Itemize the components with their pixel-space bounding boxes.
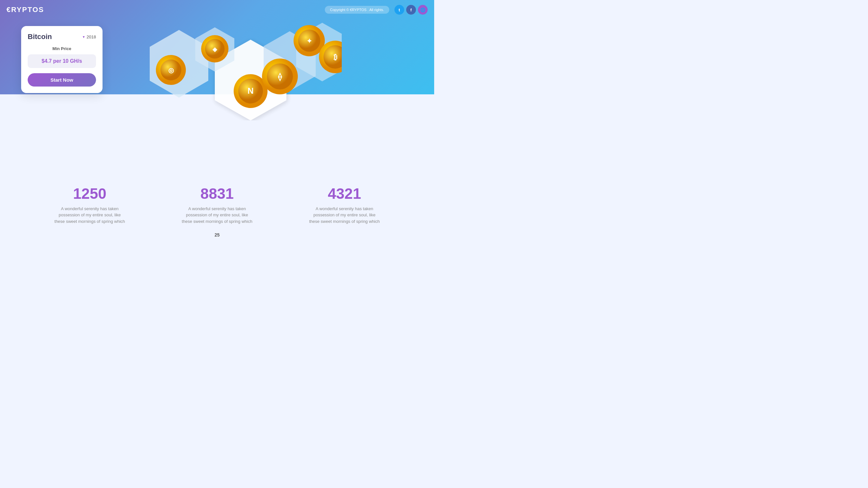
year-value: 2018 — [87, 34, 96, 39]
globe-icon[interactable]: 🌐 — [418, 5, 428, 14]
coin-eth-label: ⟠ — [278, 72, 282, 82]
stat-desc-3: A wonderful serenity has taken possessio… — [309, 206, 380, 225]
page-number: 25 — [215, 232, 220, 237]
social-icons: t f 🌐 — [395, 5, 428, 14]
card-header: Bitcoin ▼ 2018 — [28, 33, 96, 41]
stat-item-2: 8831 A wonderful serenity has taken poss… — [153, 185, 281, 225]
bitcoin-card: Bitcoin ▼ 2018 Min Price $4.7 per 10 GH/… — [21, 26, 102, 93]
hex-svg-area: N ◎ ◈ ⟠ ✦ ₿ — [114, 16, 342, 120]
stat-item-1: 1250 A wonderful serenity has taken poss… — [26, 185, 153, 225]
stats-section: 1250 A wonderful serenity has taken poss… — [0, 185, 434, 225]
stat-desc-1: A wonderful serenity has taken possessio… — [54, 206, 126, 225]
facebook-icon[interactable]: f — [406, 5, 416, 14]
stat-desc-2: A wonderful serenity has taken possessio… — [181, 206, 253, 225]
main-content: €RYPTOS Copyright © €RYPTOS . All rights… — [0, 0, 434, 244]
start-now-button[interactable]: Start Now — [28, 73, 96, 87]
coin-btc-label: ₿ — [334, 53, 337, 61]
logo: €RYPTOS — [6, 5, 44, 14]
header-right: Copyright © €RYPTOS . All rights. t f 🌐 — [325, 5, 428, 14]
coin-leaf-label: ◎ — [168, 67, 174, 74]
price-value: $4.7 per 10 GH/s — [32, 58, 92, 64]
price-box: $4.7 per 10 GH/s — [28, 54, 96, 68]
year-arrow: ▼ — [82, 35, 85, 39]
stat-item-3: 4321 A wonderful serenity has taken poss… — [281, 185, 408, 225]
twitter-icon[interactable]: t — [395, 5, 404, 14]
copyright-text: Copyright © €RYPTOS . All rights. — [325, 6, 389, 14]
coin-ripple-label: ✦ — [307, 37, 312, 44]
header: €RYPTOS Copyright © €RYPTOS . All rights… — [0, 0, 434, 20]
stat-number-3: 4321 — [281, 185, 408, 202]
card-title: Bitcoin — [28, 33, 52, 41]
min-price-label: Min Price — [28, 46, 96, 51]
hex-coin-area: N ◎ ◈ ⟠ ✦ ₿ — [114, 16, 434, 120]
stat-number-1: 1250 — [26, 185, 153, 202]
coin-shield-label: ◈ — [212, 46, 217, 53]
year-selector[interactable]: ▼ 2018 — [82, 34, 96, 39]
coin-n-label: N — [248, 86, 254, 96]
stat-number-2: 8831 — [153, 185, 281, 202]
